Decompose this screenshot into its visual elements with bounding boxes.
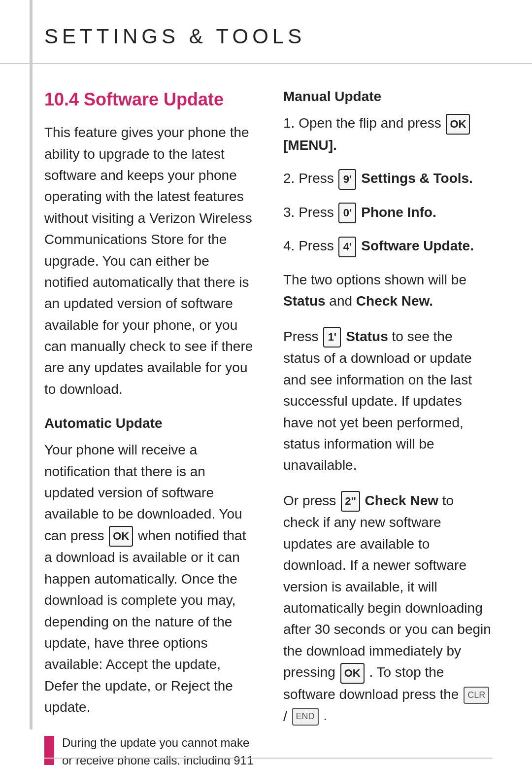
auto-update-text-part2: when notified that a download is availab… [44, 528, 246, 715]
manual-update-title: Manual Update [283, 89, 493, 104]
step-1-number: 1. Open the flip and press [283, 115, 445, 131]
checknew-bold: Check New [365, 493, 438, 508]
page-container: SETTINGS & TOOLS 10.4 Software Update Th… [0, 0, 532, 765]
step-2: 2. Press 9' Settings & Tools. [283, 168, 493, 190]
content-area: 10.4 Software Update This feature gives … [0, 64, 532, 765]
step-3-number: 3. Press [283, 205, 337, 220]
clr-key: CLR [464, 687, 489, 704]
section-title: 10.4 Software Update [44, 89, 254, 110]
step-2-number: 2. Press [283, 171, 337, 186]
checknew-ok-key: OK [340, 663, 365, 684]
checknew-para: Or press 2" Check New to check if any ne… [283, 490, 493, 728]
intro-text: This feature gives your phone the abilit… [44, 122, 254, 400]
step-1: 1. Open the flip and press OK [MENU]. [283, 112, 493, 156]
step-2-key: 9' [338, 169, 356, 190]
step-4-number: 4. Press [283, 238, 337, 253]
left-accent-bar [30, 0, 33, 730]
step-1-key: OK [446, 114, 470, 135]
right-column: Manual Update 1. Open the flip and press… [283, 89, 493, 765]
auto-update-title: Automatic Update [44, 416, 254, 431]
two-options-and: and [329, 293, 356, 309]
step-4: 4. Press 4' Software Update. [283, 235, 493, 257]
footer: 118 enV3 [44, 758, 493, 765]
status-key: 1' [323, 327, 341, 348]
checknew-period: . [323, 708, 327, 723]
two-options-status: Status [283, 293, 326, 309]
step-4-key: 4' [338, 237, 356, 257]
page-title: SETTINGS & TOOLS [44, 25, 493, 48]
two-options-text: The two options shown will be [283, 272, 466, 287]
page-header: SETTINGS & TOOLS [0, 0, 532, 64]
checknew-rest: to check if any new software updates are… [283, 493, 491, 680]
status-para: Press 1' Status to see the status of a d… [283, 326, 493, 476]
step-1-bold: [MENU]. [283, 138, 337, 153]
step-2-bold: Settings & Tools. [361, 171, 473, 186]
two-options-checknew: Check New. [356, 293, 433, 309]
auto-update-text: Your phone will receive a notification t… [44, 439, 254, 718]
step-4-bold: Software Update. [361, 238, 474, 253]
checknew-key: 2" [341, 491, 360, 512]
two-options-para: The two options shown will be Status and… [283, 269, 493, 312]
left-column: 10.4 Software Update This feature gives … [44, 89, 254, 765]
step-3-key: 0' [338, 203, 356, 223]
status-bold: Status [346, 329, 388, 344]
slash-separator: / [283, 709, 287, 724]
step-3: 3. Press 0' Phone Info. [283, 202, 493, 224]
step-3-bold: Phone Info. [361, 205, 436, 220]
ok-key-inline: OK [109, 526, 133, 547]
status-rest: to see the status of a download or updat… [283, 329, 472, 473]
checknew-start: Or press [283, 493, 340, 508]
end-key: END [292, 708, 319, 726]
status-press: Press [283, 329, 322, 344]
